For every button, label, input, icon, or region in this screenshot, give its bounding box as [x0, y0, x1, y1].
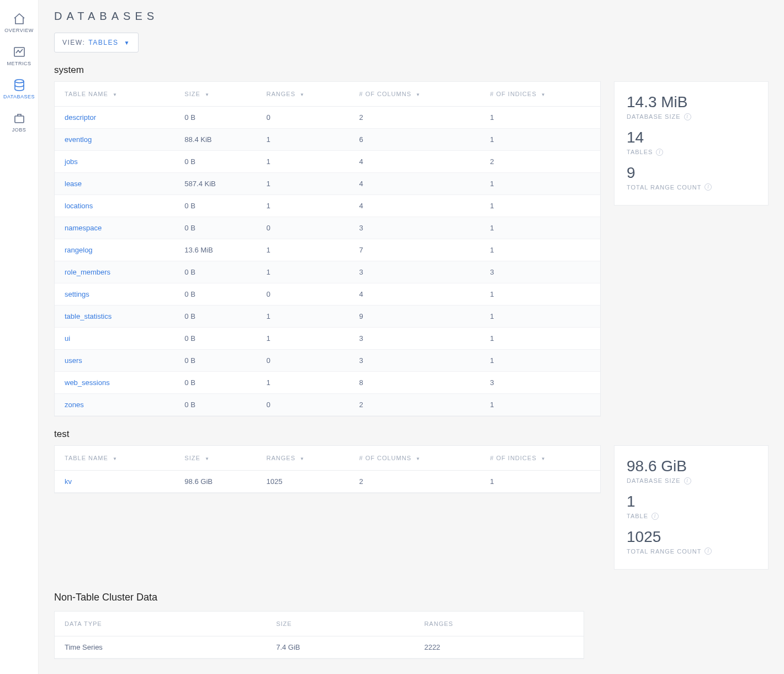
column-header-data-type[interactable]: DATA TYPE: [55, 612, 266, 636]
sidebar-item-jobs[interactable]: JOBS: [0, 105, 38, 138]
cell-table-name: jobs: [55, 151, 174, 173]
cell-size: 0 B: [174, 350, 256, 372]
table-link[interactable]: web_sessions: [65, 378, 110, 387]
table-link[interactable]: settings: [65, 290, 89, 298]
table-link[interactable]: ui: [65, 334, 70, 343]
table-row: rangelog13.6 MiB171: [55, 239, 600, 261]
cell-table-name: ui: [55, 328, 174, 350]
info-icon[interactable]: i: [656, 149, 663, 156]
cell-num-indices: 1: [480, 306, 600, 328]
cell-size: 0 B: [174, 151, 256, 173]
info-icon[interactable]: i: [684, 113, 691, 120]
table-row: lease587.4 KiB141: [55, 173, 600, 195]
table-link[interactable]: eventlog: [65, 135, 92, 144]
main-content: DATABASES VIEW: TABLES ▼ systemTABLE NAM…: [39, 0, 784, 674]
stat-database-size: 14.3 MiBDATABASE SIZE i: [627, 94, 756, 120]
info-icon[interactable]: i: [684, 477, 691, 485]
column-header-ranges[interactable]: RANGES ▼: [257, 82, 349, 107]
database-summary-card: 98.6 GiBDATABASE SIZE i1TABLE i1025TOTAL…: [614, 445, 769, 570]
cell-ranges: 1: [257, 129, 349, 151]
cell-size: 0 B: [174, 217, 256, 239]
column-header-num-indices[interactable]: # OF INDICES ▼: [480, 446, 600, 471]
table-link[interactable]: role_members: [65, 268, 110, 276]
table-link[interactable]: descriptor: [65, 113, 96, 122]
cell-num-columns: 3: [349, 328, 480, 350]
table-link[interactable]: jobs: [65, 157, 78, 166]
cell-size: 587.4 KiB: [174, 173, 256, 195]
stat-tables-count: 1TABLE i: [627, 493, 756, 520]
column-header-table-name[interactable]: TABLE NAME ▼: [55, 82, 174, 107]
sidebar: OVERVIEW METRICS DATABASES JOBS: [0, 0, 39, 674]
cell-table-name: web_sessions: [55, 372, 174, 394]
cell-table-name: locations: [55, 195, 174, 217]
table-link[interactable]: lease: [65, 180, 82, 188]
sidebar-item-label: JOBS: [12, 127, 27, 133]
stat-value: 14: [627, 129, 756, 146]
database-summary-card: 14.3 MiBDATABASE SIZE i14TABLES i9TOTAL …: [614, 81, 769, 206]
cell-num-indices: 1: [480, 173, 600, 195]
cell-num-indices: 2: [480, 151, 600, 173]
cell-table-name: lease: [55, 173, 174, 195]
column-header-size[interactable]: SIZE ▼: [174, 82, 256, 107]
column-header-num-columns[interactable]: # OF COLUMNS ▼: [349, 82, 480, 107]
cell-num-indices: 3: [480, 372, 600, 394]
cell-ranges: 0: [257, 107, 349, 129]
non-table-title: Non-Table Cluster Data: [54, 592, 769, 603]
stat-tables-count: 14TABLES i: [627, 129, 756, 156]
sidebar-item-overview[interactable]: OVERVIEW: [0, 6, 38, 39]
stat-range-count: 9TOTAL RANGE COUNT i: [627, 165, 756, 191]
column-header-size[interactable]: SIZE ▼: [174, 446, 256, 471]
column-header-table-name[interactable]: TABLE NAME ▼: [55, 446, 174, 471]
table-link[interactable]: namespace: [65, 224, 102, 232]
cell-ranges: 0: [257, 394, 349, 416]
table-row: users0 B031: [55, 350, 600, 372]
table-link[interactable]: rangelog: [65, 246, 93, 254]
stat-range-count: 1025TOTAL RANGE COUNT i: [627, 529, 756, 555]
cell-num-indices: 1: [480, 328, 600, 350]
column-header-num-indices[interactable]: # OF INDICES ▼: [480, 82, 600, 107]
cell-num-columns: 6: [349, 129, 480, 151]
table-row: role_members0 B133: [55, 261, 600, 283]
info-icon[interactable]: i: [704, 547, 712, 555]
column-header-num-columns[interactable]: # OF COLUMNS ▼: [349, 446, 480, 471]
cell-ranges: 1: [257, 306, 349, 328]
info-icon[interactable]: i: [704, 183, 712, 191]
cell-table-name: role_members: [55, 261, 174, 283]
cell-ranges: 1: [257, 261, 349, 283]
cell-num-columns: 3: [349, 350, 480, 372]
column-header-ranges[interactable]: RANGES ▼: [257, 446, 349, 471]
column-header-ranges[interactable]: RANGES: [414, 612, 584, 636]
table-link[interactable]: users: [65, 356, 82, 365]
sort-caret-icon: ▼: [541, 92, 546, 97]
view-dropdown[interactable]: VIEW: TABLES ▼: [54, 33, 139, 52]
cell-num-indices: 1: [480, 350, 600, 372]
table-link[interactable]: locations: [65, 202, 93, 210]
cell-num-columns: 9: [349, 306, 480, 328]
cell-table-name: kv: [55, 471, 174, 493]
cell-size: 7.4 GiB: [266, 636, 414, 659]
stat-value: 1025: [627, 529, 756, 546]
sidebar-item-databases[interactable]: DATABASES: [0, 72, 38, 105]
cell-ranges: 1: [257, 328, 349, 350]
info-icon[interactable]: i: [651, 513, 659, 520]
table-row: table_statistics0 B191: [55, 306, 600, 328]
column-header-size[interactable]: SIZE: [266, 612, 414, 636]
table-row: descriptor0 B021: [55, 107, 600, 129]
table-link[interactable]: table_statistics: [65, 312, 112, 320]
database-row: TABLE NAME ▼SIZE ▼RANGES ▼# OF COLUMNS ▼…: [54, 445, 769, 570]
stat-value: 1: [627, 493, 756, 510]
stat-label: TABLES i: [627, 149, 756, 156]
cell-num-indices: 1: [480, 195, 600, 217]
sidebar-item-metrics[interactable]: METRICS: [0, 39, 38, 72]
stat-label: DATABASE SIZE i: [627, 477, 756, 485]
table-link[interactable]: zones: [65, 401, 84, 409]
database-row: TABLE NAME ▼SIZE ▼RANGES ▼# OF COLUMNS ▼…: [54, 81, 769, 417]
stat-value: 14.3 MiB: [627, 94, 756, 111]
jobs-icon: [13, 112, 26, 125]
cell-num-columns: 4: [349, 151, 480, 173]
table-row: jobs0 B142: [55, 151, 600, 173]
cell-num-columns: 2: [349, 471, 480, 493]
table-link[interactable]: kv: [65, 477, 72, 486]
cell-num-columns: 4: [349, 283, 480, 306]
database-section-title: system: [54, 65, 769, 76]
